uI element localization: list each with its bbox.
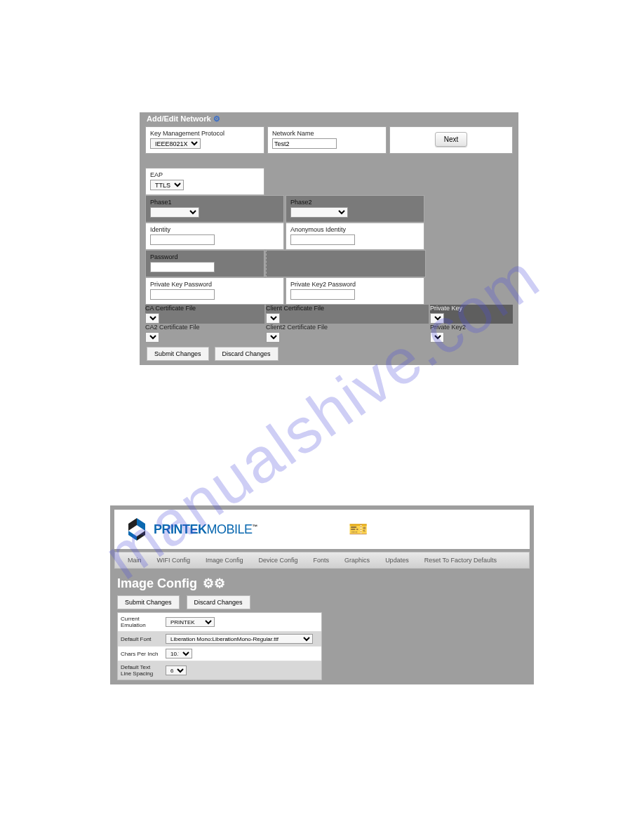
identity-cell: Identity bbox=[145, 223, 284, 250]
eap-select[interactable]: TTLS bbox=[150, 180, 184, 190]
private-key-label: Private Key bbox=[430, 305, 513, 312]
private-key-select[interactable] bbox=[430, 313, 444, 324]
client2-cert-label: Client2 Certificate File bbox=[266, 324, 429, 331]
row-emulation: Current Emulation PRINTEK bbox=[118, 613, 321, 632]
nav-graphics[interactable]: Graphics bbox=[344, 557, 370, 564]
phase2-label: Phase2 bbox=[290, 199, 420, 206]
submit-button-2[interactable]: Submit Changes bbox=[117, 595, 180, 609]
ca2-cert-label: CA2 Certificate File bbox=[145, 324, 264, 331]
identity-input[interactable] bbox=[150, 234, 215, 245]
password-spacer bbox=[266, 250, 426, 277]
phase2-select[interactable] bbox=[290, 207, 348, 218]
password-label: Password bbox=[150, 253, 260, 260]
password-cell: Password bbox=[145, 250, 264, 277]
pk-pw-label: Private Key Password bbox=[150, 281, 279, 288]
private-key-cell: Private Key bbox=[430, 305, 513, 324]
identity-label: Identity bbox=[150, 226, 279, 233]
phase1-label: Phase1 bbox=[150, 199, 279, 206]
key-management-label: Key Management Protocol bbox=[150, 130, 260, 137]
phase1-select[interactable] bbox=[150, 207, 199, 218]
nav-reset[interactable]: Reset To Factory Defaults bbox=[424, 557, 497, 564]
ca2-cert-select[interactable] bbox=[145, 332, 159, 343]
network-name-cell: Network Name bbox=[267, 126, 387, 154]
row-font: Default Font Liberation Mono:LiberationM… bbox=[118, 632, 321, 647]
submit-button[interactable]: Submit Changes bbox=[147, 347, 209, 361]
linespacing-select[interactable]: 6 bbox=[166, 666, 187, 675]
ca-cert-cell: CA Certificate File bbox=[145, 305, 264, 324]
nav-updates[interactable]: Updates bbox=[385, 557, 409, 564]
pk2-pw-label: Private Key2 Password bbox=[290, 281, 420, 288]
image-config-panel: PRINTEKMOBILE™ 🎫 Main WIFI Config Image … bbox=[110, 505, 534, 684]
client2-cert-select[interactable] bbox=[266, 332, 280, 343]
nav-bar: Main WIFI Config Image Config Device Con… bbox=[114, 552, 530, 569]
key-management-select[interactable]: IEEE8021X bbox=[150, 138, 201, 149]
linespacing-label: Default Text Line Spacing bbox=[118, 661, 163, 680]
add-edit-network-panel: Add/Edit Network ⚙ Key Management Protoc… bbox=[140, 112, 518, 365]
ca-cert-select[interactable] bbox=[145, 313, 159, 324]
anon-identity-input[interactable] bbox=[290, 234, 355, 245]
network-name-input[interactable] bbox=[272, 138, 337, 149]
client-cert-cell: Client Certificate File bbox=[266, 305, 429, 324]
panel1-title-text: Add/Edit Network bbox=[147, 114, 211, 123]
pk2-pw-cell: Private Key2 Password bbox=[286, 277, 424, 305]
anon-identity-cell: Anonymous Identity bbox=[286, 223, 424, 250]
nav-wifi[interactable]: WIFI Config bbox=[157, 557, 191, 564]
cpi-label: Chars Per Inch bbox=[118, 648, 163, 660]
panel1-title: Add/Edit Network ⚙ bbox=[140, 112, 518, 126]
client-cert-label: Client Certificate File bbox=[266, 305, 429, 312]
nav-fonts[interactable]: Fonts bbox=[314, 557, 330, 564]
config-table: Current Emulation PRINTEK Default Font L… bbox=[117, 612, 322, 680]
password-input[interactable] bbox=[150, 262, 215, 272]
ticket-icon: 🎫 bbox=[349, 520, 368, 538]
pk2-pw-input[interactable] bbox=[290, 289, 355, 300]
pk-pw-input[interactable] bbox=[150, 289, 215, 300]
gears-icon: ⚙⚙ bbox=[203, 576, 225, 591]
private-key2-label: Private Key2 bbox=[430, 324, 513, 331]
eap-label: EAP bbox=[150, 171, 260, 178]
pk-pw-cell: Private Key Password bbox=[145, 277, 284, 305]
image-config-title: Image Config ⚙⚙ bbox=[114, 569, 530, 595]
font-label: Default Font bbox=[118, 633, 163, 645]
gear-icon: ⚙ bbox=[213, 114, 220, 123]
logo-text: PRINTEKMOBILE™ bbox=[154, 522, 257, 537]
ca2-cert-cell: CA2 Certificate File bbox=[145, 324, 264, 343]
private-key2-cell: Private Key2 bbox=[430, 324, 513, 343]
discard-button[interactable]: Discard Changes bbox=[215, 347, 279, 361]
nav-main[interactable]: Main bbox=[128, 557, 142, 564]
client-cert-select[interactable] bbox=[266, 313, 280, 324]
network-name-label: Network Name bbox=[272, 130, 382, 137]
key-management-cell: Key Management Protocol IEEE8021X bbox=[145, 126, 264, 154]
eap-cell: EAP TTLS bbox=[145, 168, 264, 195]
cpi-select[interactable]: 10.7 bbox=[166, 649, 192, 658]
discard-button-2[interactable]: Discard Changes bbox=[187, 595, 250, 609]
nav-device[interactable]: Device Config bbox=[259, 557, 298, 564]
row-linespacing: Default Text Line Spacing 6 bbox=[118, 661, 321, 680]
private-key2-select[interactable] bbox=[430, 332, 444, 343]
emulation-select[interactable]: PRINTEK bbox=[166, 617, 215, 627]
font-select[interactable]: Liberation Mono:LiberationMono-Regular.t… bbox=[166, 634, 313, 644]
printek-logo-icon bbox=[124, 517, 149, 542]
header-bar: PRINTEKMOBILE™ 🎫 bbox=[114, 510, 530, 549]
client2-cert-cell: Client2 Certificate File bbox=[266, 324, 429, 343]
row-cpi: Chars Per Inch 10.7 bbox=[118, 647, 321, 661]
anon-identity-label: Anonymous Identity bbox=[290, 226, 420, 233]
logo: PRINTEKMOBILE™ bbox=[124, 517, 257, 542]
next-button[interactable]: Next bbox=[435, 132, 468, 147]
emulation-label: Current Emulation bbox=[118, 613, 163, 631]
phase2-cell: Phase2 bbox=[286, 195, 424, 223]
ca-cert-label: CA Certificate File bbox=[145, 305, 264, 312]
next-cell: Next bbox=[389, 126, 513, 154]
nav-image[interactable]: Image Config bbox=[206, 557, 243, 564]
phase1-cell: Phase1 bbox=[145, 195, 284, 223]
